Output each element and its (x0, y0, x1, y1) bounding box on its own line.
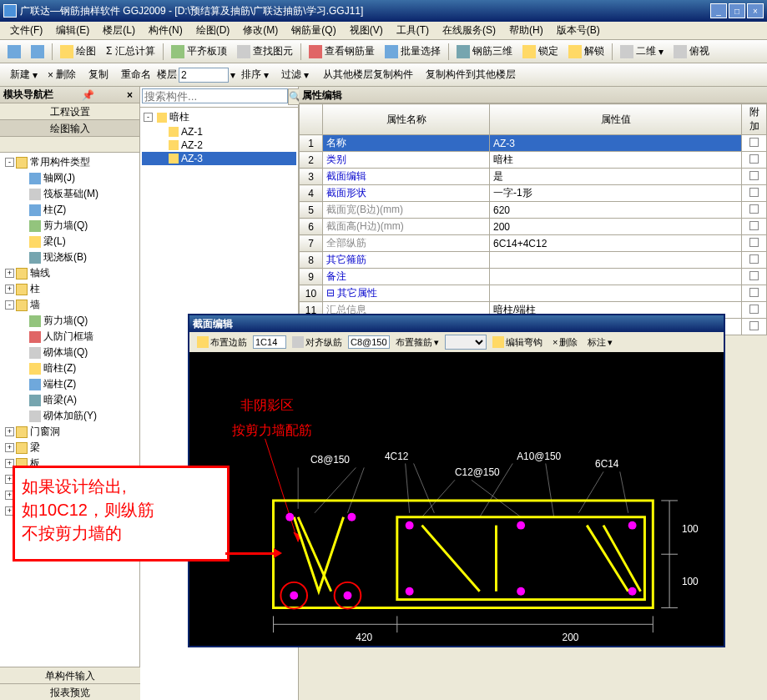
attach-checkbox[interactable] (749, 204, 759, 214)
flat-top-button[interactable]: 平齐板顶 (167, 42, 231, 61)
prop-attach[interactable] (742, 302, 767, 319)
tab-single-input[interactable]: 单构件输入 (0, 667, 140, 683)
prop-value[interactable] (490, 269, 742, 285)
tree-node[interactable]: 轴网(J) (2, 170, 138, 186)
menu-online[interactable]: 在线服务(S) (436, 22, 502, 39)
tree-node[interactable]: +门窗洞 (2, 424, 138, 440)
prop-attach[interactable] (742, 152, 767, 169)
prop-row[interactable]: 1名称AZ-3 (300, 135, 767, 152)
draw-button[interactable]: 绘图 (56, 42, 100, 61)
tree-node[interactable]: 暗柱(Z) (2, 360, 138, 376)
prop-attach[interactable] (742, 185, 767, 202)
nav-back[interactable] (3, 43, 25, 61)
prop-row[interactable]: 2类别暗柱 (300, 152, 767, 169)
copy-to-button[interactable]: 复制构件到其他楼层 (419, 65, 520, 84)
maximize-button[interactable]: □ (729, 3, 745, 18)
new-button[interactable]: 新建▾ (3, 65, 42, 84)
floor-dropdown[interactable]: ▾ (230, 69, 235, 81)
menu-help[interactable]: 帮助(H) (502, 22, 550, 39)
tree-toggle-icon[interactable]: + (5, 443, 14, 452)
menu-draw[interactable]: 绘图(D) (189, 22, 237, 39)
tab-project-settings[interactable]: 工程设置 (0, 103, 139, 120)
section-canvas[interactable]: 非阴影区 按剪力墙配筋 C8@150 4C12 C12@150 A10@150 … (189, 352, 724, 646)
prop-attach[interactable] (742, 269, 767, 285)
floor-input[interactable] (179, 68, 229, 83)
tree-toggle-icon[interactable]: + (5, 285, 14, 294)
tree-node[interactable]: 人防门框墙 (2, 329, 138, 345)
edge-rebar-input[interactable] (253, 335, 286, 349)
edge-rebar-button[interactable]: 布置边筋 (193, 335, 251, 350)
prop-attach[interactable] (742, 135, 767, 152)
prop-row[interactable]: 4截面形状一字-1形 (300, 185, 767, 202)
close-button[interactable]: × (747, 3, 764, 18)
tree-toggle-icon[interactable]: - (144, 113, 153, 122)
prop-attach[interactable] (742, 169, 767, 185)
sort-button[interactable]: 排序▾ (237, 65, 273, 84)
menu-rebar[interactable]: 钢筋量(Q) (285, 22, 342, 39)
prop-attach[interactable] (742, 319, 767, 335)
prop-value[interactable]: 6C14+4C12 (490, 235, 742, 252)
summary-button[interactable]: Σ 汇总计算 (102, 42, 159, 61)
comp-item[interactable]: AZ-2 (142, 138, 296, 152)
tree-toggle-icon[interactable]: - (5, 158, 14, 167)
stirrup-select[interactable] (445, 335, 487, 350)
prop-attach[interactable] (742, 235, 767, 252)
tree-node[interactable]: +轴线 (2, 265, 138, 281)
prop-row[interactable]: 5截面宽(B边)(mm)620 (300, 202, 767, 219)
prop-row[interactable]: 10⊟ 其它属性 (300, 285, 767, 302)
copy-button[interactable]: 复制 (82, 65, 113, 84)
attach-checkbox[interactable] (749, 254, 759, 264)
nav-fwd[interactable] (27, 43, 48, 61)
menu-floor[interactable]: 楼层(L) (96, 22, 142, 39)
tree-node[interactable]: 砌体加筋(Y) (2, 408, 138, 424)
tree-node[interactable]: -墙 (2, 297, 138, 313)
prop-value[interactable]: AZ-3 (490, 135, 742, 152)
attach-checkbox[interactable] (749, 188, 759, 197)
tab-report-preview[interactable]: 报表预览 (0, 683, 140, 700)
copy-from-button[interactable]: 从其他楼层复制构件 (316, 65, 417, 84)
tree-node[interactable]: 剪力墙(Q) (2, 313, 138, 329)
menu-modify[interactable]: 修改(M) (236, 22, 285, 39)
bird-button[interactable]: 俯视 (669, 42, 714, 61)
prop-row[interactable]: 8其它箍筋 (300, 252, 767, 269)
prop-value[interactable]: 620 (490, 202, 742, 219)
attach-checkbox[interactable] (749, 154, 759, 164)
tree-node[interactable]: 暗梁(A) (2, 392, 138, 408)
attach-checkbox[interactable] (749, 288, 759, 297)
tree-toggle-icon[interactable]: + (5, 427, 14, 436)
tree-toggle-icon[interactable]: - (5, 300, 14, 310)
tree-node[interactable]: 柱(Z) (2, 202, 138, 218)
menu-view[interactable]: 视图(V) (343, 22, 390, 39)
sidebar-close-icon[interactable]: × (124, 89, 136, 101)
menu-version[interactable]: 版本号(B) (550, 22, 607, 39)
prop-attach[interactable] (742, 202, 767, 219)
stirrup-button[interactable]: 布置箍筋▾ (391, 335, 443, 350)
attach-checkbox[interactable] (749, 138, 759, 147)
view-rebar-button[interactable]: 查看钢筋量 (305, 42, 379, 61)
menu-tools[interactable]: 工具(T) (390, 22, 436, 39)
sidebar-pin-icon[interactable]: 📌 (78, 89, 98, 101)
tree-node[interactable]: 筏板基础(M) (2, 186, 138, 202)
prop-row[interactable]: 7全部纵筋6C14+4C12 (300, 235, 767, 252)
attach-checkbox[interactable] (749, 321, 759, 330)
delete-button[interactable]: × 删除 (43, 65, 80, 84)
find-elem-button[interactable]: 查找图元 (233, 42, 297, 61)
prop-row[interactable]: 6截面高(H边)(mm)200 (300, 219, 767, 235)
comp-root[interactable]: - 暗柱 (142, 109, 296, 125)
tree-node[interactable]: +柱 (2, 281, 138, 297)
prop-value[interactable] (490, 285, 742, 302)
comp-item[interactable]: AZ-3 (142, 152, 296, 165)
attach-checkbox[interactable] (749, 305, 759, 314)
align-rebar-button[interactable]: 对齐纵筋 (288, 335, 346, 350)
attach-checkbox[interactable] (749, 238, 759, 247)
unlock-button[interactable]: 解锁 (564, 42, 608, 61)
attach-checkbox[interactable] (749, 271, 759, 280)
menu-component[interactable]: 构件(N) (142, 22, 189, 39)
lock-button[interactable]: 锁定 (518, 42, 563, 61)
tree-node[interactable]: 现浇板(B) (2, 249, 138, 265)
filter-button[interactable]: 过滤▾ (275, 65, 313, 84)
prop-row[interactable]: 9备注 (300, 269, 767, 285)
prop-value[interactable] (490, 252, 742, 269)
menu-edit[interactable]: 编辑(E) (49, 22, 96, 39)
prop-value[interactable]: 一字-1形 (490, 185, 742, 202)
